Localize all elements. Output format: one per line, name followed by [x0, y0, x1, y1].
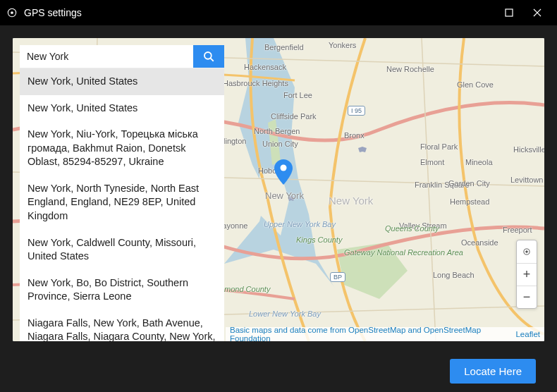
suggestion-item[interactable]: Niagara Falls, New York, Bath Avenue, Ni…	[20, 310, 224, 341]
search-row	[20, 45, 224, 68]
window-title: GPS settings	[24, 7, 82, 18]
zoom-out-button[interactable]: −	[517, 286, 537, 308]
footer: Locate Here	[450, 359, 536, 384]
suggestion-item[interactable]: New York, United States	[20, 95, 224, 122]
search-panel: New York, United StatesNew York, United …	[20, 45, 224, 341]
zoom-locate-button[interactable]	[517, 240, 537, 263]
title-bar: GPS settings	[0, 0, 557, 25]
svg-line-15	[211, 59, 214, 61]
zoom-in-button[interactable]: +	[517, 263, 537, 286]
zoom-controls: + −	[516, 240, 537, 309]
content-area: Yonkers Bergenfield Hackensack Hasbrouck…	[0, 25, 557, 392]
attribution-leaflet[interactable]: Leaflet	[515, 330, 540, 338]
suggestions-list: New York, United StatesNew York, United …	[20, 68, 224, 341]
maximize-button[interactable]	[495, 0, 523, 25]
svg-point-11	[281, 165, 287, 171]
map-container[interactable]: Yonkers Bergenfield Hackensack Hasbrouck…	[13, 38, 544, 341]
attribution-text[interactable]: Basic maps and data come from OpenStreet…	[230, 326, 515, 341]
suggestion-item[interactable]: New York, United States	[20, 68, 224, 95]
map-pin[interactable]	[274, 159, 293, 188]
suggestion-item[interactable]: New York, North Tyneside, North East Eng…	[20, 176, 224, 230]
search-icon	[202, 50, 215, 63]
svg-rect-2	[506, 9, 513, 16]
gps-icon	[6, 6, 18, 19]
suggestion-item[interactable]: New York, Caldwell County, Missouri, Uni…	[20, 230, 224, 270]
map-attribution: Basic maps and data come from OpenStreet…	[226, 327, 544, 341]
search-input[interactable]	[20, 45, 193, 68]
svg-point-1	[11, 11, 13, 14]
search-button[interactable]	[193, 45, 224, 68]
svg-point-13	[526, 251, 528, 253]
suggestion-item[interactable]: New York, Niu-York, Торецька міська гром…	[20, 121, 224, 176]
suggestion-item[interactable]: New York, Bo, Bo District, Southern Prov…	[20, 270, 224, 310]
svg-point-14	[204, 52, 212, 59]
app-window: GPS settings	[0, 0, 557, 392]
close-button[interactable]	[523, 0, 551, 25]
locate-here-button[interactable]: Locate Here	[450, 359, 536, 384]
